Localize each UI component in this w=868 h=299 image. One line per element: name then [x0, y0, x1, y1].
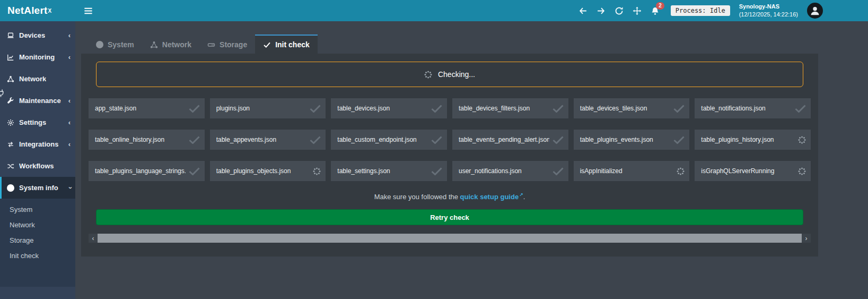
tab-bar: System Network Storage Init check	[88, 35, 818, 54]
app-logo[interactable]: NetAlertX	[0, 0, 75, 21]
tile-label: plugins.json	[216, 105, 307, 112]
app-name-sup: X	[48, 8, 52, 14]
tile-label: table_notifications.json	[701, 105, 792, 112]
devices-icon	[6, 32, 15, 39]
check-icon	[189, 105, 200, 113]
host-name: Synology-NAS	[739, 3, 779, 10]
check-tile: table_devices_filters.json	[452, 98, 568, 118]
spinner-icon	[424, 70, 433, 79]
check-tile: plugins.json	[210, 98, 326, 118]
notification-count-badge: 2	[656, 2, 664, 10]
sidebar-item-devices[interactable]: Devices	[0, 24, 75, 46]
tile-label: table_plugins_events.json	[580, 136, 671, 143]
check-icon	[673, 105, 685, 113]
back-icon[interactable]	[578, 6, 588, 15]
network-icon	[150, 41, 158, 49]
app-name: NetAlert	[7, 5, 48, 16]
wrench-icon	[6, 97, 15, 105]
notifications-bell[interactable]: 2	[651, 6, 660, 15]
spinner-icon	[797, 167, 806, 175]
quick-setup-guide-link[interactable]: quick setup guide↗	[460, 193, 523, 201]
chevron-left-icon	[68, 54, 71, 61]
top-navbar: NetAlertX 2	[0, 0, 868, 21]
tab-init-check[interactable]: Init check	[255, 35, 318, 54]
guide-prefix: Make sure you followed the	[374, 193, 460, 201]
init-check-panel: Checking... app_state.jsonplugins.jsonta…	[81, 54, 818, 257]
tile-label: app_state.json	[95, 105, 186, 112]
integrations-icon	[6, 141, 15, 148]
menu-icon[interactable]	[83, 6, 93, 16]
tile-label: table_appevents.json	[216, 136, 307, 143]
sidebar-item-system-info[interactable]: System info	[0, 177, 75, 199]
tile-label: user_notifications.json	[459, 167, 549, 175]
sidebar: Devices Monitoring Network Maintenance S…	[0, 21, 75, 299]
submenu-item-init-check[interactable]: Init check	[0, 248, 75, 263]
forward-icon[interactable]	[597, 6, 606, 15]
scroll-right-button[interactable]	[802, 234, 811, 243]
check-icon	[553, 136, 564, 144]
tab-network[interactable]: Network	[142, 35, 199, 54]
sidebar-item-monitoring[interactable]: Monitoring	[0, 46, 75, 68]
shuffle-icon	[6, 163, 15, 170]
retry-check-button[interactable]: Retry check	[96, 209, 803, 225]
tab-label: Storage	[220, 40, 247, 49]
sidebar-item-label: Maintenance	[19, 97, 61, 105]
system-info-submenu: System Network Storage Init check	[0, 199, 75, 287]
horizontal-scrollbar[interactable]	[89, 234, 811, 243]
submenu-item-system[interactable]: System	[0, 202, 75, 217]
app-window: NetAlertX 2	[0, 0, 868, 299]
tile-label: table_devices_filters.json	[459, 105, 549, 112]
chevron-left-icon	[68, 119, 71, 126]
chevron-left-icon	[68, 32, 71, 39]
spinner-icon	[797, 135, 806, 144]
chevron-left-icon	[68, 141, 71, 148]
sidebar-item-integrations[interactable]: Integrations	[0, 133, 75, 155]
chevron-down-icon	[66, 186, 73, 189]
check-tile: table_online_history.json	[89, 130, 205, 150]
tile-label: table_custom_endpoint.json	[337, 136, 428, 143]
tile-label: table_online_history.json	[95, 136, 186, 143]
check-tile: table_custom_endpoint.json	[331, 130, 447, 150]
check-icon	[263, 41, 271, 49]
tile-label: table_settings.json	[337, 167, 428, 175]
sidebar-item-workflows[interactable]: Workflows	[0, 155, 75, 177]
sidebar-item-label: System info	[19, 184, 58, 192]
check-tile: isGraphQLServerRunning	[695, 161, 811, 181]
check-icon	[553, 105, 564, 113]
process-status-badge: Process: Idle	[671, 5, 730, 16]
check-tile: user_notifications.json	[452, 161, 568, 181]
submenu-item-network[interactable]: Network	[0, 217, 75, 233]
tile-label: table_plugins_language_strings.json	[95, 167, 186, 175]
host-timestamp: (12/12/2025, 14:22:16)	[739, 11, 798, 18]
tile-label: table_plugins_history.json	[701, 136, 794, 143]
refresh-icon[interactable]	[615, 6, 624, 15]
user-avatar[interactable]	[807, 3, 823, 19]
check-icon	[553, 167, 564, 175]
scrollbar-thumb[interactable]	[98, 234, 802, 243]
avatar-icon	[809, 5, 821, 16]
tab-storage[interactable]: Storage	[199, 35, 255, 54]
guide-link-text: quick setup guide	[460, 193, 519, 201]
tile-label: table_devices_tiles.json	[580, 105, 671, 112]
init-check-grid: app_state.jsonplugins.jsontable_devices.…	[89, 98, 811, 181]
tab-label: System	[108, 40, 134, 49]
sidebar-item-settings[interactable]: Settings	[0, 112, 75, 133]
sidebar-item-maintenance[interactable]: Maintenance	[0, 90, 75, 112]
submenu-item-storage[interactable]: Storage	[0, 233, 75, 248]
check-icon	[310, 105, 321, 113]
check-tile: table_plugins_events.json	[574, 130, 690, 150]
sidebar-item-label: Network	[19, 75, 46, 83]
sidebar-item-network[interactable]: Network	[0, 68, 75, 90]
check-icon	[431, 167, 442, 175]
spinner-icon	[676, 167, 685, 175]
tile-label: isGraphQLServerRunning	[701, 167, 794, 175]
info-circle-icon	[96, 41, 103, 48]
tile-label: table_devices.json	[337, 105, 428, 112]
check-tile: table_plugins_history.json	[695, 130, 811, 150]
check-icon	[673, 136, 685, 144]
move-icon[interactable]	[633, 6, 642, 15]
scrollbar-track[interactable]	[98, 234, 802, 243]
sidebar-item-label: Workflows	[19, 162, 54, 170]
scroll-left-button[interactable]	[89, 234, 98, 243]
tab-system[interactable]: System	[88, 35, 142, 54]
